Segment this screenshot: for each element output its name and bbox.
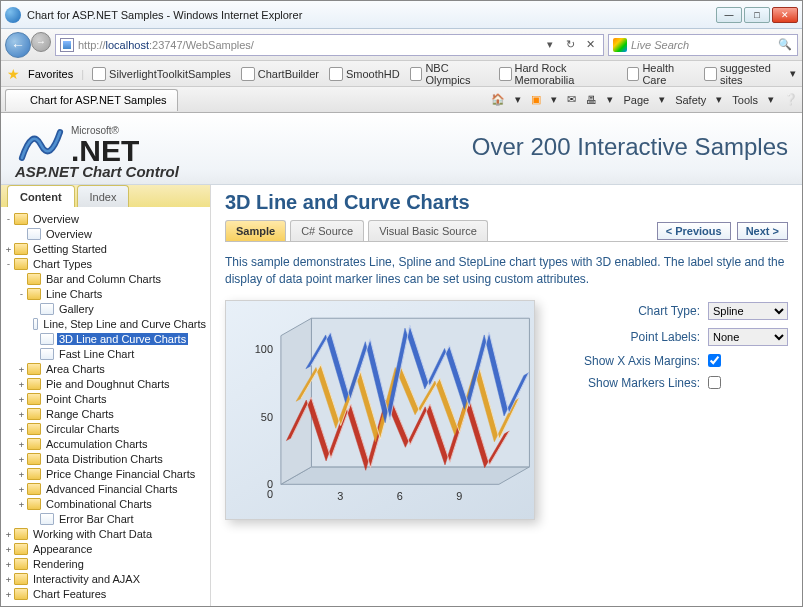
tree-node[interactable]: Line, Step Line and Curve Charts [3,316,208,331]
help-icon[interactable]: ❔ [784,93,798,106]
tree-toggle-icon[interactable]: - [3,214,14,224]
fav-item[interactable]: Hard Rock Memorabilia [499,62,617,86]
tree-node[interactable]: +Advanced Financial Charts [3,481,208,496]
tree-node[interactable]: +Interactivity and AJAX [3,571,208,586]
favicon-icon [329,67,343,81]
chart-type-select[interactable]: Spline [708,302,788,320]
minimize-button[interactable]: ― [716,7,742,23]
tree-node[interactable]: -Line Charts [3,286,208,301]
tree-toggle-icon[interactable]: + [3,529,14,539]
dropdown-icon[interactable]: ▾ [541,36,559,54]
tree-toggle-icon[interactable]: + [16,454,27,464]
menu-tools[interactable]: Tools [732,94,758,106]
browser-tab[interactable]: Chart for ASP.NET Samples [5,89,178,111]
tree-node[interactable]: Error Bar Chart [3,511,208,526]
tree-toggle-icon[interactable]: + [3,589,14,599]
close-button[interactable]: ✕ [772,7,798,23]
tree-node[interactable]: +Data Distribution Charts [3,451,208,466]
tree-node[interactable]: +Point Charts [3,391,208,406]
address-bar[interactable]: http://localhost:23747/WebSamples/ ▾ ↻ ✕ [55,34,604,56]
tree-node[interactable]: Bar and Column Charts [3,271,208,286]
tree-toggle-icon[interactable]: + [16,424,27,434]
markers-checkbox[interactable] [708,376,721,389]
tree-toggle-icon[interactable]: - [16,289,27,299]
tree-toggle-icon[interactable]: + [16,484,27,494]
tree-toggle-icon[interactable]: + [16,409,27,419]
tree-node[interactable]: -Overview [3,211,208,226]
tree-node[interactable]: +Area Charts [3,361,208,376]
tree-node[interactable]: +Combinational Charts [3,496,208,511]
sidebar-tab-index[interactable]: Index [77,185,130,207]
tree-node[interactable]: Overview [3,226,208,241]
tree-node[interactable]: +Accumulation Charts [3,436,208,451]
svg-text:9: 9 [456,490,462,502]
tree-node[interactable]: +Range Charts [3,406,208,421]
tree-toggle-icon[interactable]: + [16,499,27,509]
tree-toggle-icon[interactable]: + [16,439,27,449]
tree-node[interactable]: -Chart Types [3,256,208,271]
tree-node[interactable]: 3D Line and Curve Charts [3,331,208,346]
fav-item[interactable]: SilverlightToolkitSamples [92,62,231,86]
tab-sample[interactable]: Sample [225,220,286,241]
tree-node[interactable]: Gallery [3,301,208,316]
tree-toggle-icon[interactable]: + [3,559,14,569]
page-icon [40,348,54,360]
tree-toggle-icon[interactable]: + [3,574,14,584]
menu-page[interactable]: Page [623,94,649,106]
tree-toggle-icon[interactable]: + [16,394,27,404]
tree-label: Working with Chart Data [31,528,154,540]
favicon-icon [499,67,512,81]
tree-toggle-icon[interactable]: + [16,364,27,374]
xmargins-checkbox[interactable] [708,354,721,367]
tree-node[interactable]: +Pie and Doughnut Charts [3,376,208,391]
tagline: Over 200 Interactive Samples [472,133,788,161]
forward-button[interactable]: → [31,32,51,52]
tab-csharp[interactable]: C# Source [290,220,364,241]
refresh-icon[interactable]: ↻ [561,36,579,54]
tree-label: Gallery [57,303,96,315]
tree-node[interactable]: +Rendering [3,556,208,571]
favorites-star-icon[interactable]: ★ [7,66,20,82]
feed-icon[interactable]: ▣ [531,93,541,106]
tree-node[interactable]: +Working with Chart Data [3,526,208,541]
fav-item[interactable]: Health Care [627,62,695,86]
tree-toggle-icon[interactable]: + [16,379,27,389]
home-icon[interactable]: 🏠 [491,93,505,106]
search-icon[interactable]: 🔍 [777,38,793,51]
fav-item[interactable]: ChartBuilder [241,62,319,86]
tree-toggle-icon[interactable]: + [3,544,14,554]
tree-node[interactable]: +Appearance [3,541,208,556]
fav-item[interactable]: NBC Olympics [410,62,489,86]
svg-text:3: 3 [337,490,343,502]
sidebar-tab-content[interactable]: Content [7,185,75,207]
tree-toggle-icon[interactable]: + [3,244,14,254]
tree-label: Data Distribution Charts [44,453,165,465]
sidebar: Content Index -OverviewOverview+Getting … [1,185,211,606]
favicon-icon [410,67,423,81]
next-button[interactable]: Next > [737,222,788,240]
mail-icon[interactable]: ✉ [567,93,576,106]
tree-node[interactable]: +Price Change Financial Charts [3,466,208,481]
previous-button[interactable]: < Previous [657,222,731,240]
print-icon[interactable]: 🖶 [586,94,597,106]
fav-item[interactable]: suggested sites ▾ [704,62,796,86]
stop-icon[interactable]: ✕ [581,36,599,54]
tree-label: Overview [31,213,81,225]
maximize-button[interactable]: □ [744,7,770,23]
window-title: Chart for ASP.NET Samples - Windows Inte… [27,9,716,21]
back-button[interactable]: ← [5,32,31,58]
tree-node[interactable]: +Circular Charts [3,421,208,436]
tree-toggle-icon[interactable]: + [16,469,27,479]
search-box[interactable]: Live Search 🔍 [608,34,798,56]
chart-type-label: Chart Type: [638,304,700,318]
menu-safety[interactable]: Safety [675,94,706,106]
fav-item[interactable]: SmoothHD [329,62,400,86]
tree-node[interactable]: Fast Line Chart [3,346,208,361]
tree-node[interactable]: +Getting Started [3,241,208,256]
tab-vb[interactable]: Visual Basic Source [368,220,488,241]
favorites-label[interactable]: Favorites [28,68,73,80]
page-icon [27,228,41,240]
point-labels-select[interactable]: None [708,328,788,346]
tree-node[interactable]: +Chart Features [3,586,208,601]
tree-toggle-icon[interactable]: - [3,259,14,269]
